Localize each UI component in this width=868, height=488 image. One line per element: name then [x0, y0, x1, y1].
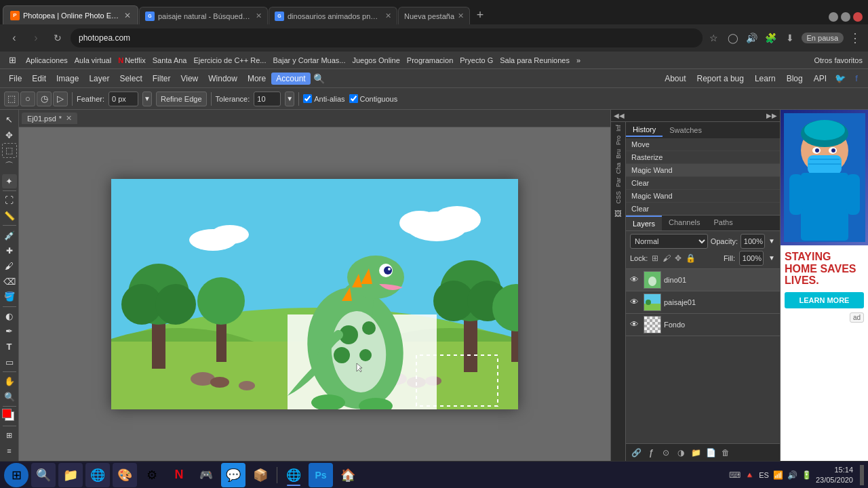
contiguous-checkbox-label[interactable]: Contiguous — [349, 94, 398, 103]
search-icon[interactable]: 🔍 — [311, 70, 328, 87]
tool-pointer[interactable]: ↖ — [2, 113, 17, 127]
bookmark-aplicaciones[interactable]: Aplicaciones — [26, 56, 68, 64]
tab-4-close[interactable]: ✕ — [458, 12, 464, 20]
bookmark-juegos[interactable]: Juegos Online — [352, 56, 399, 64]
maximize-button[interactable] — [841, 12, 850, 22]
ad-cta-button[interactable]: LEARN MORE — [785, 292, 864, 308]
collapse-right-arrow[interactable]: ▶▶ — [766, 112, 777, 119]
canvas-file-tab[interactable]: Ej01.psd * ✕ — [22, 113, 77, 124]
url-bar[interactable]: photopea.com — [71, 28, 703, 47]
bookmark-ejercicio[interactable]: Ejercicio de C++ Re... — [193, 56, 266, 64]
tool-measure[interactable]: 📏 — [2, 209, 17, 224]
taskbar-icon-7[interactable]: 🎮 — [194, 463, 218, 487]
tool-shape-3[interactable]: ◷ — [37, 92, 52, 106]
history-item-3[interactable]: Magic Wand — [626, 164, 780, 177]
lock-icon[interactable]: 🔒 — [686, 253, 696, 263]
taskbar-icon-3[interactable]: 🌐 — [85, 463, 110, 487]
network-icon[interactable]: 📶 — [773, 470, 783, 480]
bookmark-santa-ana[interactable]: Santa Ana — [153, 56, 187, 64]
fill-input[interactable] — [739, 251, 764, 266]
bookmarks-more[interactable]: » — [576, 56, 580, 64]
feather-dropdown[interactable]: ▼ — [142, 92, 152, 106]
history-item-1[interactable]: Move — [626, 138, 780, 151]
tool-select-lasso[interactable]: ⌒ — [2, 159, 17, 174]
layer-adjustment-icon[interactable]: ◑ — [675, 447, 687, 459]
refine-edge-button[interactable]: Refine Edge — [156, 92, 207, 106]
profile-icon[interactable]: ◯ — [726, 30, 741, 45]
side-tab-image-icon[interactable]: 🖼 — [613, 208, 624, 219]
menu-learn[interactable]: Learn — [750, 73, 781, 85]
tray-icon-1[interactable]: ⌨ — [729, 470, 741, 480]
taskbar-icon-2[interactable]: 📁 — [58, 463, 83, 487]
layer-vis-dino01[interactable]: 👁 — [630, 274, 641, 285]
new-layer-icon[interactable]: 📄 — [705, 447, 717, 459]
new-tab-button[interactable]: + — [471, 5, 490, 24]
bookmark-sala[interactable]: Sala para Reuniones — [500, 56, 570, 64]
other-bookmarks[interactable]: Otros favoritos — [814, 56, 863, 64]
history-item-2[interactable]: Rasterize — [626, 151, 780, 164]
canvas-viewport[interactable] — [19, 127, 610, 461]
menu-image[interactable]: Image — [52, 73, 83, 85]
feather-input[interactable] — [108, 92, 138, 106]
tool-pen[interactable]: ✒ — [2, 324, 17, 339]
menu-file[interactable]: File — [4, 73, 26, 85]
browser-tab-2[interactable]: G paisaje natural - Búsqueda de G... ✕ — [139, 7, 268, 24]
delete-layer-icon[interactable]: 🗑 — [719, 447, 732, 459]
menu-about[interactable]: About — [660, 73, 690, 85]
tolerance-input[interactable] — [254, 92, 281, 106]
reload-button[interactable]: ↻ — [49, 29, 66, 47]
tolerance-dropdown[interactable]: ▼ — [285, 92, 294, 106]
opacity-dropdown[interactable]: ▼ — [768, 234, 776, 249]
contiguous-checkbox[interactable] — [349, 94, 358, 103]
menu-filter[interactable]: Filter — [148, 73, 176, 85]
show-desktop-btn[interactable] — [860, 465, 864, 485]
layer-item-paisaje01[interactable]: 👁 paisaje01 — [626, 291, 780, 314]
side-tab-css[interactable]: CSS — [615, 191, 622, 204]
tool-hand[interactable]: ✋ — [2, 374, 17, 389]
bookmark-icon[interactable]: ☆ — [707, 30, 722, 45]
tool-brush[interactable]: 🖌 — [2, 259, 17, 274]
history-tab[interactable]: History — [626, 123, 663, 137]
menu-more[interactable]: More — [243, 73, 271, 85]
facebook-icon[interactable]: f — [849, 71, 864, 86]
layers-tab[interactable]: Layers — [626, 216, 662, 230]
layer-mask-icon[interactable]: ⊙ — [660, 447, 672, 459]
menu-select[interactable]: Select — [115, 73, 146, 85]
lock-move-icon[interactable]: ✥ — [675, 253, 682, 263]
language-indicator[interactable]: ES — [759, 471, 769, 479]
taskbar-icon-8[interactable]: 💬 — [221, 463, 245, 487]
taskbar-icon-ps[interactable]: Ps — [309, 463, 333, 487]
anti-alias-checkbox[interactable] — [303, 94, 312, 103]
battery-icon[interactable]: 🔋 — [802, 470, 812, 480]
speaker-icon[interactable]: 🔊 — [745, 30, 760, 45]
tool-extra-2[interactable]: ≡ — [2, 443, 17, 458]
anti-alias-checkbox-label[interactable]: Anti-alias — [303, 94, 344, 103]
tool-text[interactable]: T — [2, 340, 17, 354]
channels-tab[interactable]: Channels — [662, 216, 707, 230]
taskbar-icon-5[interactable]: ⚙ — [140, 463, 164, 487]
tool-extra-1[interactable]: ⊞ — [2, 428, 17, 443]
tool-move[interactable]: ✥ — [2, 128, 17, 143]
menu-api[interactable]: API — [809, 73, 831, 85]
foreground-bg-colors[interactable] — [2, 409, 17, 424]
history-item-5[interactable]: Magic Wand — [626, 190, 780, 203]
tool-select-rect[interactable]: ⬚ — [2, 143, 17, 158]
side-tab-brush[interactable]: Bru — [615, 149, 622, 159]
tool-eraser[interactable]: ⌫ — [2, 274, 17, 289]
lock-checkerboard-icon[interactable]: ⊞ — [652, 253, 658, 263]
tool-shape-2[interactable]: ○ — [20, 92, 35, 106]
menu-account[interactable]: Account — [271, 73, 310, 85]
tool-shape-1[interactable]: ⬚ — [4, 92, 19, 106]
menu-report-bug[interactable]: Report a bug — [692, 73, 749, 85]
layer-item-dino01[interactable]: 👁 dino01 — [626, 269, 780, 291]
tool-shape[interactable]: ▭ — [2, 354, 17, 369]
history-item-6[interactable]: Clear — [626, 203, 780, 215]
tool-eyedropper[interactable]: 💉 — [2, 228, 17, 243]
menu-edit[interactable]: Edit — [27, 73, 51, 85]
taskbar-icon-explorer[interactable]: 🏠 — [336, 463, 360, 487]
opacity-input[interactable] — [741, 234, 765, 249]
minimize-button[interactable] — [829, 12, 838, 22]
side-tab-properties[interactable]: Pro — [615, 136, 622, 145]
layer-item-fondo[interactable]: 👁 Fondo — [626, 314, 780, 336]
menu-view[interactable]: View — [176, 73, 203, 85]
